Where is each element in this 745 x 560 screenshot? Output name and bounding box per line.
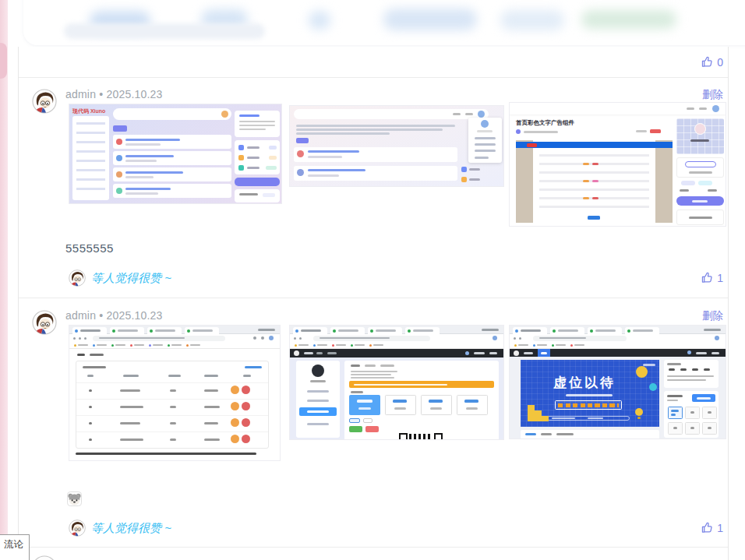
- previous-comment-like-row: 0: [19, 47, 728, 78]
- blur-blob: [383, 9, 477, 30]
- blur-blob: [309, 11, 330, 30]
- comment-item: admin • 2025.10.23 删除 现代码 Xiuno: [19, 78, 728, 298]
- like-button[interactable]: 0: [701, 55, 723, 69]
- attachment-thumbnail-forum-home[interactable]: 现代码 Xiuno: [69, 104, 282, 204]
- koala-sticker-icon: [67, 491, 82, 506]
- mini-ad-banner: 虚位以待: [521, 360, 659, 427]
- praise-avatar-icon: [69, 269, 86, 287]
- mini-banner-title: 虚位以待: [521, 374, 648, 392]
- attachment-thumbnail-post-detail[interactable]: 首页彩色文字广告组件: [509, 102, 726, 227]
- blur-blob: [581, 10, 676, 29]
- delete-button[interactable]: 删除: [702, 309, 723, 323]
- comment-author: admin: [65, 309, 96, 322]
- like-button[interactable]: 1: [701, 271, 723, 284]
- mini-user-dropdown: [468, 118, 502, 163]
- mini-stairs-decoration: [528, 405, 535, 410]
- thumbs-up-icon: [701, 55, 714, 69]
- admin-avatar-icon[interactable]: [32, 310, 57, 335]
- blurred-form-card: [23, 0, 745, 45]
- comment-header: admin • 2025.10.23: [65, 309, 163, 322]
- thumbs-up-icon: [701, 521, 714, 534]
- like-button[interactable]: 1: [701, 521, 723, 534]
- mini-qr-code: [399, 433, 443, 440]
- praise-text[interactable]: 等人觉得很赞 ~: [91, 271, 171, 286]
- page-edge-background: [0, 0, 8, 560]
- link-preview-tooltip: 流论: [0, 534, 30, 560]
- like-count: 1: [717, 272, 723, 284]
- mini-main-panel: [344, 361, 499, 440]
- like-count: 0: [717, 56, 723, 69]
- attachment-thumbnail-browser-pricing[interactable]: [289, 325, 504, 440]
- mini-dark-navbar: [290, 349, 503, 357]
- comments-panel: 0 admin • 2025.10.23 删除 现代: [18, 47, 729, 560]
- attachment-thumbnail-browser-table[interactable]: [69, 325, 281, 461]
- mini-post-title: 首页彩色文字广告组件: [516, 119, 574, 127]
- page-edge-blob: [0, 43, 7, 79]
- mini-horizontal-scrollbar: [76, 453, 256, 455]
- mini-profile-banner: [676, 118, 724, 154]
- comment-date: 2025.10.23: [106, 309, 162, 322]
- mini-table-card: [76, 361, 269, 449]
- admin-avatar-icon[interactable]: [32, 89, 57, 114]
- comment-item: admin • 2025.10.23 删除: [19, 298, 728, 548]
- blur-blob: [500, 10, 564, 30]
- mini-browser-tabs: [69, 326, 280, 334]
- delete-button[interactable]: 删除: [702, 88, 723, 102]
- mini-forum-logo: 现代码 Xiuno: [72, 107, 105, 115]
- mini-dark-navbar: [510, 349, 726, 357]
- attachment-thumbnail-forum-dropdown[interactable]: [289, 105, 504, 187]
- mini-screenshot: [516, 140, 673, 223]
- blur-bar: [64, 23, 265, 39]
- praise-text[interactable]: 等人觉得很赞 ~: [91, 521, 171, 536]
- comment-date: 2025.10.23: [106, 88, 162, 100]
- next-comment-avatar-icon: [32, 555, 57, 560]
- attachment-thumbnail-browser-banner[interactable]: 虚位以待: [509, 325, 726, 439]
- next-comment-partial: [19, 548, 728, 560]
- thumbs-up-icon: [701, 271, 714, 284]
- comment-header: admin • 2025.10.23: [65, 88, 163, 100]
- comment-author: admin: [65, 88, 96, 100]
- praise-avatar-icon: [69, 519, 86, 537]
- like-count: 1: [717, 522, 723, 534]
- mini-lightbulb-decoration: [635, 408, 643, 416]
- comment-body: 5555555: [65, 241, 114, 255]
- mini-sidebar: [296, 361, 340, 438]
- tooltip-text: 流论: [4, 539, 23, 550]
